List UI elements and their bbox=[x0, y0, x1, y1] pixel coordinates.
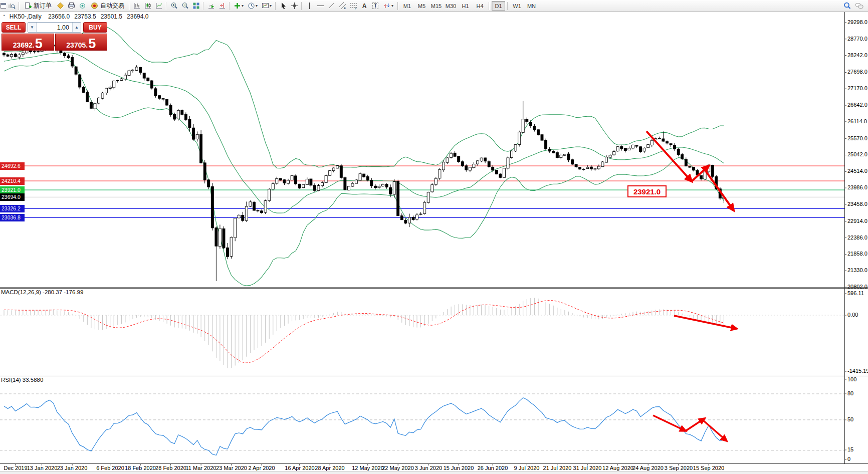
volume-increment-button[interactable]: ▲ bbox=[72, 23, 81, 32]
chart-header: ▪ HK50-,Daily 23656.0 23753.5 23501.5 23… bbox=[4, 13, 148, 20]
autotrade-button[interactable]: 自动交易 bbox=[88, 1, 127, 11]
print-icon[interactable] bbox=[66, 1, 77, 11]
new-order-icon bbox=[24, 2, 32, 10]
chevron-down-icon: ▾ bbox=[242, 4, 244, 8]
sell-price-main: 23692. bbox=[13, 41, 35, 50]
toolbar-separator bbox=[19, 2, 20, 10]
zoom-out-icon[interactable] bbox=[179, 1, 190, 11]
signal-icon[interactable] bbox=[77, 1, 88, 11]
one-click-trading-panel: SELL ▼ 1.00 ▲ BUY 23692. 5 23705. 5 bbox=[2, 22, 107, 51]
equidistant-channel-icon[interactable]: E bbox=[337, 1, 348, 11]
svg-text:F: F bbox=[355, 7, 357, 10]
symbol-title: HK50-,Daily bbox=[10, 13, 42, 20]
timeframe-button-m30[interactable]: M30 bbox=[444, 1, 458, 11]
chart-canvas[interactable] bbox=[0, 0, 868, 474]
price-annotation-box: 23921.0 bbox=[627, 185, 667, 197]
buy-price-quote[interactable]: 23705. 5 bbox=[55, 34, 108, 51]
zoom-in-icon[interactable] bbox=[168, 1, 179, 11]
toolbar-separator bbox=[166, 2, 167, 10]
toolbar-separator bbox=[489, 2, 490, 10]
crosshair-icon[interactable] bbox=[289, 1, 300, 11]
chart-search-icon[interactable] bbox=[6, 1, 17, 11]
ohlc-high: 23753.5 bbox=[74, 13, 96, 20]
vertical-line-icon[interactable] bbox=[304, 1, 315, 11]
toolbar-separator bbox=[129, 2, 130, 10]
new-order-button[interactable]: 新订单 bbox=[21, 1, 55, 11]
buy-price-main: 23705. bbox=[66, 41, 88, 50]
text-tool-icon[interactable]: A bbox=[359, 1, 370, 11]
toolbar: 新订单 自动交易 ▾ ▾ ▾ E F A T ▾ bbox=[0, 0, 868, 12]
new-order-label: 新订单 bbox=[34, 2, 52, 10]
buy-button[interactable]: BUY bbox=[83, 22, 107, 33]
tile-windows-icon[interactable] bbox=[190, 1, 201, 11]
chevron-down-icon: ▾ bbox=[391, 4, 393, 8]
toolbar-separator bbox=[229, 2, 230, 10]
chart-shift-icon[interactable] bbox=[216, 1, 228, 11]
expert-diamond-icon[interactable] bbox=[55, 1, 66, 11]
svg-text:E: E bbox=[344, 7, 346, 10]
ohlc-close: 23694.0 bbox=[127, 13, 148, 20]
toolbar-separator bbox=[301, 2, 302, 10]
arrows-tool-icon[interactable]: ▾ bbox=[381, 1, 396, 11]
timeframe-button-m5[interactable]: M5 bbox=[415, 1, 428, 11]
window-bottom-strip bbox=[0, 471, 868, 474]
toolbar-right-icons bbox=[842, 1, 866, 11]
candlestick-chart-icon[interactable] bbox=[142, 1, 153, 11]
volume-decrement-button[interactable]: ▼ bbox=[28, 23, 37, 32]
ohlc-low: 23501.5 bbox=[101, 13, 122, 20]
trendline-icon[interactable] bbox=[326, 1, 337, 11]
timeframe-button-mn[interactable]: MN bbox=[525, 1, 538, 11]
timeframe-button-m15[interactable]: M15 bbox=[429, 1, 443, 11]
horizontal-line-icon[interactable] bbox=[315, 1, 326, 11]
symbol-list-icon: ▪ bbox=[4, 13, 5, 20]
timeframe-button-w1[interactable]: W1 bbox=[510, 1, 524, 11]
macd-label: MACD(12,26,9) -280.37 -176.99 bbox=[1, 289, 83, 295]
timeframe-button-h4[interactable]: H4 bbox=[473, 1, 487, 11]
indicators-icon[interactable]: ▾ bbox=[232, 1, 246, 11]
toolbar-separator bbox=[397, 2, 398, 10]
timeframe-bar: M1M5M15M30H1H4D1W1MN bbox=[400, 1, 539, 11]
window-icon[interactable] bbox=[0, 1, 6, 11]
text-label-tool-icon[interactable]: T bbox=[370, 1, 381, 11]
sell-price-pip: 5 bbox=[35, 38, 43, 50]
bar-chart-icon[interactable] bbox=[131, 1, 142, 11]
volume-value[interactable]: 1.00 bbox=[37, 23, 72, 32]
toolbar-separator bbox=[203, 2, 204, 10]
autotrade-icon bbox=[91, 2, 98, 10]
toolbar-separator bbox=[507, 2, 508, 10]
chevron-down-icon: ▾ bbox=[256, 4, 258, 8]
template-icon[interactable]: ▾ bbox=[260, 1, 274, 11]
toolbar-separator bbox=[275, 2, 276, 10]
timeframe-button-d1[interactable]: D1 bbox=[492, 1, 505, 11]
volume-stepper[interactable]: ▼ 1.00 ▲ bbox=[28, 22, 81, 33]
autotrade-label: 自动交易 bbox=[100, 2, 124, 10]
chat-icon[interactable] bbox=[853, 1, 866, 11]
sell-price-quote[interactable]: 23692. 5 bbox=[2, 34, 54, 51]
sell-button[interactable]: SELL bbox=[2, 22, 26, 33]
timeframe-button-h1[interactable]: H1 bbox=[459, 1, 472, 11]
fibonacci-icon[interactable]: F bbox=[348, 1, 359, 11]
search-icon[interactable] bbox=[842, 1, 853, 11]
trading-terminal: 新订单 自动交易 ▾ ▾ ▾ E F A T ▾ bbox=[0, 0, 868, 474]
auto-scroll-icon[interactable] bbox=[205, 1, 216, 11]
ohlc-open: 23656.0 bbox=[48, 13, 70, 20]
cursor-icon[interactable] bbox=[278, 1, 289, 11]
timeframe-button-m1[interactable]: M1 bbox=[400, 1, 414, 11]
line-chart-icon[interactable] bbox=[153, 1, 164, 11]
rsi-label: RSI(14) 33.5880 bbox=[1, 377, 43, 383]
chevron-down-icon: ▾ bbox=[270, 4, 272, 8]
buy-price-pip: 5 bbox=[88, 38, 96, 50]
periods-icon[interactable]: ▾ bbox=[246, 1, 260, 11]
